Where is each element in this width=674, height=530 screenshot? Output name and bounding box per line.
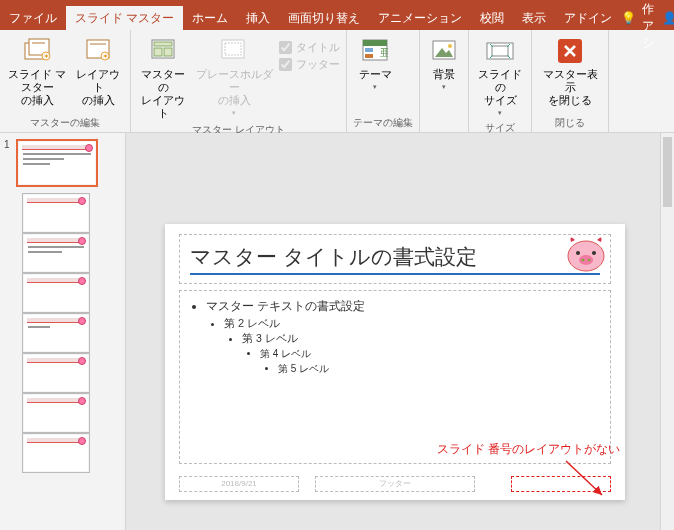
lightbulb-icon[interactable]: 💡 <box>621 10 636 26</box>
share-button[interactable]: 👤 <box>662 10 674 26</box>
themes-button[interactable]: 亜 テーマ <box>353 34 397 92</box>
svg-text:亜: 亜 <box>380 47 388 58</box>
insert-placeholder-button: プレースホルダー の挿入 <box>193 34 275 119</box>
vertical-scrollbar[interactable] <box>660 133 674 530</box>
slide-master-icon: ✶ <box>22 36 52 66</box>
tab-insert[interactable]: 挿入 <box>237 6 279 30</box>
svg-rect-18 <box>365 54 373 58</box>
bullet-level-4[interactable]: 第 4 レベル <box>260 347 602 361</box>
close-master-view-button[interactable]: マスター表示 を閉じる <box>538 34 602 107</box>
group-label-theme: テーマの編集 <box>353 114 413 130</box>
svg-rect-12 <box>164 48 172 56</box>
svg-point-27 <box>579 255 593 265</box>
layout-icon: ✶ <box>83 36 113 66</box>
title-text[interactable]: マスター タイトルの書式設定 <box>190 243 600 275</box>
master-layout-button[interactable]: マスターの レイアウト <box>137 34 189 121</box>
bullet-level-3[interactable]: 第 3 レベル <box>242 332 602 346</box>
insert-layout-button[interactable]: ✶ レイアウト の挿入 <box>72 34 124 107</box>
insert-slide-master-button[interactable]: ✶ スライド マスター の挿入 <box>6 34 68 107</box>
layout-thumbnail[interactable] <box>22 353 90 393</box>
svg-rect-11 <box>154 48 162 56</box>
chevron-down-icon <box>373 81 377 92</box>
svg-text:✶: ✶ <box>43 52 50 61</box>
master-number: 1 <box>4 139 12 150</box>
master-layout-label: マスターの レイアウト <box>137 68 189 121</box>
placeholder-icon <box>219 36 249 66</box>
tab-animations[interactable]: アニメーション <box>369 6 471 30</box>
themes-icon: 亜 <box>360 36 390 66</box>
thumbnail-pane[interactable]: 1 <box>0 133 126 530</box>
master-thumbnail[interactable] <box>16 139 98 187</box>
group-label-edit-master: マスターの編集 <box>6 114 124 130</box>
body-placeholder[interactable]: マスター テキストの書式設定 第 2 レベル 第 3 レベル 第 4 レベル 第… <box>179 290 611 464</box>
bullet-level-1[interactable]: マスター テキストの書式設定 <box>206 298 602 315</box>
insert-slide-master-label: スライド マスター の挿入 <box>6 68 68 107</box>
svg-line-32 <box>566 461 602 495</box>
chevron-down-icon <box>442 81 446 92</box>
title-checkbox: タイトル <box>279 40 340 55</box>
group-label-background <box>426 117 462 130</box>
chevron-down-icon <box>232 107 236 118</box>
bullet-level-5[interactable]: 第 5 レベル <box>278 362 602 376</box>
svg-point-30 <box>576 251 580 255</box>
group-label-close: 閉じる <box>538 114 602 130</box>
slide-size-button[interactable]: スライドの サイズ <box>475 34 525 119</box>
tell-me-input[interactable]: 操作アシ <box>642 10 656 26</box>
svg-text:✶: ✶ <box>102 52 109 61</box>
title-placeholder[interactable]: マスター タイトルの書式設定 <box>179 234 611 284</box>
svg-point-29 <box>588 258 591 261</box>
svg-rect-10 <box>154 42 172 46</box>
annotation-arrow-icon <box>562 457 612 501</box>
insert-placeholder-label: プレースホルダー の挿入 <box>193 68 275 107</box>
slide-size-icon <box>485 36 515 66</box>
tab-slide-master[interactable]: スライド マスター <box>66 6 183 30</box>
close-master-label: マスター表示 を閉じる <box>538 68 602 107</box>
layout-thumbnail[interactable] <box>22 273 90 313</box>
chevron-down-icon <box>498 107 502 118</box>
date-placeholder[interactable]: 2018/9/21 <box>179 476 299 492</box>
themes-label: テーマ <box>359 68 392 81</box>
master-layout-icon <box>148 36 178 66</box>
tab-view[interactable]: 表示 <box>513 6 555 30</box>
layout-thumbnail[interactable] <box>22 313 90 353</box>
tab-file[interactable]: ファイル <box>0 6 66 30</box>
svg-rect-16 <box>363 40 387 46</box>
layout-thumbnail[interactable] <box>22 433 90 473</box>
footer-placeholder[interactable]: フッター <box>315 476 475 492</box>
tab-bar: ファイル スライド マスター ホーム 挿入 画面切り替え アニメーション 校閲 … <box>0 6 674 30</box>
svg-rect-17 <box>365 48 373 52</box>
annotation-text: スライド 番号のレイアウトがない <box>437 441 620 458</box>
background-icon <box>429 36 459 66</box>
svg-point-31 <box>592 251 596 255</box>
svg-point-22 <box>448 44 452 48</box>
layout-thumbnail[interactable] <box>22 193 90 233</box>
ribbon: ✶ スライド マスター の挿入 ✶ レイアウト の挿入 マスターの編集 マスター… <box>0 30 674 133</box>
tab-review[interactable]: 校閲 <box>471 6 513 30</box>
tab-transitions[interactable]: 画面切り替え <box>279 6 369 30</box>
pig-image <box>565 236 607 272</box>
layout-thumbnail[interactable] <box>22 393 90 433</box>
slide-editor[interactable]: マスター タイトルの書式設定 マスター テキストの書式設定 第 2 レベル 第 … <box>126 133 674 530</box>
bullet-level-2[interactable]: 第 2 レベル <box>224 316 602 331</box>
svg-point-28 <box>582 258 585 261</box>
tab-home[interactable]: ホーム <box>183 6 237 30</box>
layout-thumbnail[interactable] <box>22 233 90 273</box>
tab-addins[interactable]: アドイン <box>555 6 621 30</box>
background-label: 背景 <box>433 68 455 81</box>
slide-canvas[interactable]: マスター タイトルの書式設定 マスター テキストの書式設定 第 2 レベル 第 … <box>165 224 625 500</box>
footer-checkbox: フッター <box>279 57 340 72</box>
close-icon <box>555 36 585 66</box>
insert-layout-label: レイアウト の挿入 <box>72 68 124 107</box>
slide-size-label: スライドの サイズ <box>475 68 525 107</box>
background-button[interactable]: 背景 <box>426 34 462 92</box>
